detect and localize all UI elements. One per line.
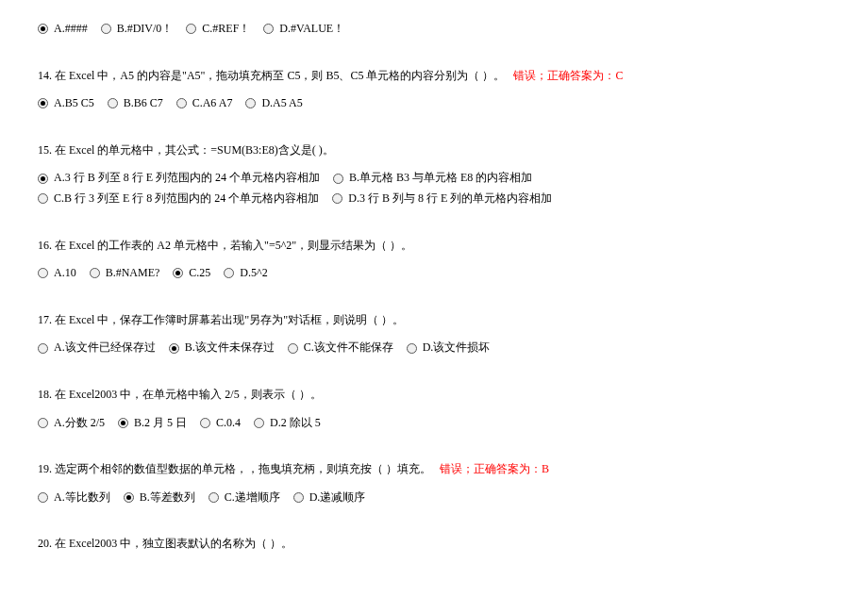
answer-feedback: 错误；正确答案为：B (440, 462, 549, 475)
option-a[interactable]: A.该文件已经保存过 (38, 338, 156, 358)
question-19: 19. 选定两个相邻的数值型数据的单元格，，拖曳填充柄，则填充按（ ）填充。 错… (38, 459, 830, 507)
option-c[interactable]: C.递增顺序 (209, 488, 280, 508)
option-b[interactable]: B.#NAME? (90, 263, 160, 284)
question-20: 20. 在 Excel2003 中，独立图表默认的名称为（ ）。 (38, 534, 830, 555)
question-18: 18. 在 Excel2003 中，在单元格中输入 2/5，则表示（ ）。 A.… (38, 385, 830, 433)
option-b[interactable]: B.B6 C7 (108, 93, 163, 114)
options-row: A.#### B.#DIV/0！ C.#REF！ D.#VALUE！ (38, 19, 830, 40)
option-label: B.该文件未保存过 (185, 338, 275, 358)
radio-icon[interactable] (332, 193, 342, 204)
option-label: C.#REF！ (202, 19, 250, 40)
radio-icon[interactable] (38, 193, 48, 204)
option-label: C.A6 A7 (192, 93, 233, 114)
option-d[interactable]: D.A5 A5 (245, 93, 302, 114)
option-c[interactable]: C.#REF！ (186, 19, 250, 40)
radio-icon[interactable] (209, 492, 219, 503)
option-c[interactable]: C.该文件不能保存 (288, 338, 393, 358)
radio-icon[interactable] (263, 24, 274, 34)
radio-icon[interactable] (118, 418, 128, 428)
options-row: A.分数 2/5 B.2 月 5 日 C.0.4 D.2 除以 5 (38, 413, 830, 434)
option-a[interactable]: A.等比数列 (38, 488, 110, 508)
radio-icon[interactable] (245, 98, 256, 108)
question-15: 15. 在 Excel 的单元格中，其公式：=SUM(B3:E8)含义是( )。… (38, 141, 830, 209)
option-label: A.#### (54, 19, 88, 40)
question-text: 15. 在 Excel 的单元格中，其公式：=SUM(B3:E8)含义是( )。 (38, 141, 830, 161)
radio-icon[interactable] (108, 98, 118, 108)
option-d[interactable]: D.该文件损坏 (407, 338, 491, 358)
options-row: A.10 B.#NAME? C.25 D.5^2 (38, 263, 830, 284)
question-text: 14. 在 Excel 中，A5 的内容是"A5"，拖动填充柄至 C5，则 B5… (38, 69, 505, 82)
radio-icon[interactable] (186, 24, 196, 34)
radio-icon[interactable] (38, 98, 48, 108)
options-row: A.B5 C5 B.B6 C7 C.A6 A7 D.A5 A5 (38, 93, 830, 114)
radio-icon[interactable] (38, 492, 48, 503)
radio-icon[interactable] (288, 343, 298, 354)
option-d[interactable]: D.2 除以 5 (254, 413, 321, 434)
option-a[interactable]: A.B5 C5 (38, 93, 94, 114)
option-b[interactable]: B.该文件未保存过 (169, 338, 275, 358)
question-text: 19. 选定两个相邻的数值型数据的单元格，，拖曳填充柄，则填充按（ ）填充。 (38, 462, 431, 475)
option-label: A.3 行 B 列至 8 行 E 列范围内的 24 个单元格内容相加 (54, 168, 320, 189)
option-label: C.0.4 (216, 413, 241, 434)
radio-icon[interactable] (169, 343, 179, 354)
option-a[interactable]: A.3 行 B 列至 8 行 E 列范围内的 24 个单元格内容相加 (38, 168, 320, 189)
option-label: A.B5 C5 (54, 93, 94, 114)
radio-icon[interactable] (90, 268, 100, 278)
options-row: A.该文件已经保存过 B.该文件未保存过 C.该文件不能保存 D.该文件损坏 (38, 338, 830, 358)
radio-icon[interactable] (407, 343, 417, 354)
option-label: B.#DIV/0！ (117, 19, 174, 40)
radio-icon[interactable] (224, 268, 234, 278)
option-label: B.2 月 5 日 (134, 413, 187, 434)
option-c[interactable]: C.25 (173, 263, 210, 284)
option-b[interactable]: B.单元格 B3 与单元格 E8 的内容相加 (333, 168, 532, 189)
option-c[interactable]: C.A6 A7 (176, 93, 233, 114)
question-14: 14. 在 Excel 中，A5 的内容是"A5"，拖动填充柄至 C5，则 B5… (38, 66, 830, 114)
option-b[interactable]: B.#DIV/0！ (101, 19, 174, 40)
question-text: 18. 在 Excel2003 中，在单元格中输入 2/5，则表示（ ）。 (38, 385, 830, 406)
options-row: A.3 行 B 列至 8 行 E 列范围内的 24 个单元格内容相加 B.单元格… (38, 168, 830, 208)
option-label: C.该文件不能保存 (304, 338, 393, 358)
option-b[interactable]: B.2 月 5 日 (118, 413, 187, 434)
question-17: 17. 在 Excel 中，保存工作簿时屏幕若出现"另存为"对话框，则说明（ ）… (38, 310, 830, 358)
radio-icon[interactable] (38, 174, 48, 184)
option-a[interactable]: A.分数 2/5 (38, 413, 105, 434)
question-text: 16. 在 Excel 的工作表的 A2 单元格中，若输入"=5^2"，则显示结… (38, 236, 830, 257)
radio-icon[interactable] (173, 268, 183, 278)
option-c[interactable]: C.B 行 3 列至 E 行 8 列范围内的 24 个单元格内容相加 (38, 189, 319, 209)
option-b[interactable]: B.等差数列 (124, 488, 195, 508)
radio-icon[interactable] (101, 24, 111, 34)
option-label: A.等比数列 (54, 488, 110, 508)
radio-icon[interactable] (124, 492, 134, 503)
option-d[interactable]: D.递减顺序 (293, 488, 366, 508)
option-c[interactable]: C.0.4 (200, 413, 241, 434)
option-d[interactable]: D.#VALUE！ (263, 19, 344, 40)
option-a[interactable]: A.10 (38, 263, 76, 284)
radio-icon[interactable] (38, 24, 48, 34)
option-label: B.单元格 B3 与单元格 E8 的内容相加 (349, 168, 532, 189)
radio-icon[interactable] (176, 98, 187, 108)
radio-icon[interactable] (38, 268, 48, 278)
radio-icon[interactable] (38, 418, 48, 428)
radio-icon[interactable] (293, 492, 304, 503)
option-label: B.等差数列 (140, 488, 195, 508)
option-a[interactable]: A.#### (38, 19, 88, 40)
question-text: 17. 在 Excel 中，保存工作簿时屏幕若出现"另存为"对话框，则说明（ ）… (38, 310, 830, 331)
answer-feedback: 错误；正确答案为：C (513, 69, 623, 82)
option-d[interactable]: D.5^2 (224, 263, 267, 284)
option-label: C.递增顺序 (225, 488, 280, 508)
option-label: A.10 (54, 263, 76, 284)
radio-icon[interactable] (254, 418, 264, 428)
option-label: B.#NAME? (106, 263, 160, 284)
option-d[interactable]: D.3 行 B 列与 8 行 E 列的单元格内容相加 (332, 189, 552, 209)
option-label: C.B 行 3 列至 E 行 8 列范围内的 24 个单元格内容相加 (54, 189, 319, 209)
question-text: 20. 在 Excel2003 中，独立图表默认的名称为（ ）。 (38, 534, 830, 555)
radio-icon[interactable] (200, 418, 210, 428)
option-label: D.该文件损坏 (423, 338, 491, 358)
option-label: D.A5 A5 (261, 93, 302, 114)
radio-icon[interactable] (38, 343, 48, 354)
radio-icon[interactable] (333, 174, 343, 184)
option-label: B.B6 C7 (124, 93, 163, 114)
option-label: D.5^2 (240, 263, 267, 284)
option-label: D.2 除以 5 (270, 413, 321, 434)
option-label: C.25 (189, 263, 210, 284)
